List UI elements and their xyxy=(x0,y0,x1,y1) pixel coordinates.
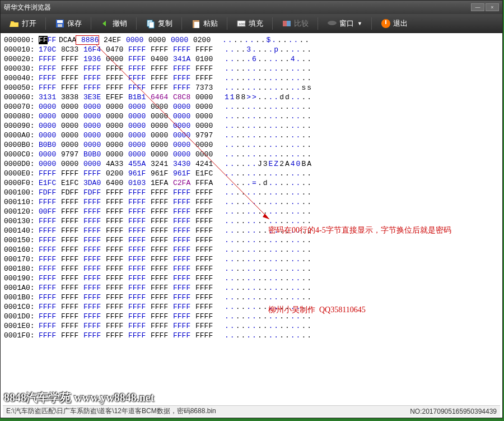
hex-bytes[interactable]: E1FCE1FC3DA0640001031EFAC2FAFFFA xyxy=(39,178,218,188)
hex-bytes[interactable]: FFFFFFFFFFFFFFFFFFFFFFFFFFFFFFFF xyxy=(39,235,218,245)
hex-bytes[interactable]: FFFFFFFFFFFFFFFFFFFFFFFFFFFFFFFF xyxy=(39,197,218,207)
hex-word[interactable]: 6464 xyxy=(151,92,173,102)
hex-row[interactable]: 000170:FFFFFFFFFFFFFFFFFFFFFFFFFFFFFFFF.… xyxy=(4,255,499,264)
hex-row[interactable]: 000090:00000000000000000000000000000000.… xyxy=(4,121,499,131)
hex-word[interactable]: FDFF xyxy=(83,188,106,197)
hex-row[interactable]: 000080:00000000000000000000000000000000.… xyxy=(4,112,499,121)
hex-word[interactable]: FFFF xyxy=(151,235,173,245)
hex-word[interactable]: 0000 xyxy=(151,140,173,150)
hex-word[interactable]: FFFF xyxy=(61,245,83,255)
hex-bytes[interactable]: FFFFFFFFFFFFFFFFFFFFFFFFFFFFFFFF xyxy=(39,312,218,321)
hex-word[interactable]: FFFF xyxy=(61,54,83,64)
hex-word[interactable]: FFFF xyxy=(106,64,128,73)
hex-word[interactable]: FFFF xyxy=(61,293,83,302)
hex-word[interactable]: FFFF xyxy=(173,302,195,312)
hex-word[interactable]: 0000 xyxy=(39,131,61,140)
hex-word[interactable]: FFFF xyxy=(128,83,151,92)
hex-word[interactable]: 0000 xyxy=(83,121,106,131)
hex-bytes[interactable]: FFFFFFFFFFFFFFFFFFFFFFFFFFFFFFFF xyxy=(39,226,218,235)
hex-word[interactable]: FFFF xyxy=(151,274,173,283)
hex-word[interactable]: FFFF xyxy=(151,83,173,92)
hex-word[interactable]: FFFF xyxy=(195,264,218,274)
hex-bytes[interactable]: FFFFFFFFFFFFFFFFFFFFFFFFFFFFFFFF xyxy=(39,216,218,226)
hex-word[interactable]: FFFF xyxy=(106,226,128,235)
hex-word[interactable]: 0000 xyxy=(195,102,218,112)
hex-word[interactable]: FFFF xyxy=(195,293,218,302)
hex-word[interactable]: FFFF xyxy=(151,331,173,340)
hex-word[interactable]: FFFF xyxy=(61,83,83,92)
hex-word[interactable]: FFFF xyxy=(61,73,83,83)
hex-word[interactable]: FFFF xyxy=(83,226,106,235)
hex-word[interactable]: 0000 xyxy=(106,102,128,112)
hex-word[interactable]: FFFF xyxy=(128,207,151,216)
hex-word[interactable]: FFFF xyxy=(83,274,106,283)
hex-word[interactable]: FFFF xyxy=(106,197,128,207)
hex-bytes[interactable]: 00000000000000000000000000000000 xyxy=(39,102,218,112)
hex-word[interactable]: 3DA0 xyxy=(83,178,106,188)
hex-word[interactable]: FFFF xyxy=(83,216,106,226)
hex-bytes[interactable]: 00009797B0B000000000000000000000 xyxy=(39,150,218,159)
hex-word[interactable]: FFFF xyxy=(106,293,128,302)
hex-word[interactable]: FFFF xyxy=(173,264,195,274)
hex-word[interactable]: FFFF xyxy=(151,321,173,331)
hex-word[interactable]: FFFF xyxy=(151,188,173,197)
hex-row[interactable]: 0000C0:00009797B0B000000000000000000000.… xyxy=(4,150,499,159)
hex-word[interactable]: FFFF xyxy=(195,274,218,283)
hex-bytes[interactable]: FFFFFFFFFFFFFFFFFFFFFFFFFFFFFFFF xyxy=(39,255,218,264)
hex-word[interactable]: FFFF xyxy=(61,207,83,216)
hex-word[interactable]: E1FC xyxy=(61,178,83,188)
hex-word[interactable]: FFFF xyxy=(151,283,173,293)
hex-word[interactable]: FFFF xyxy=(173,83,195,92)
hex-word[interactable]: FFFF xyxy=(61,216,83,226)
hex-word[interactable]: 0000 xyxy=(173,150,195,159)
hex-word[interactable]: 0000 xyxy=(128,131,151,140)
hex-word[interactable]: 0000 xyxy=(195,150,218,159)
hex-word[interactable]: 0000 xyxy=(151,102,173,112)
hex-word[interactable]: 0000 xyxy=(39,159,61,169)
hex-word[interactable]: FFFF xyxy=(83,283,106,293)
hex-row[interactable]: 000050:FFFFFFFFFFFFFFFFFFFFFFFFFFFF7373.… xyxy=(4,83,499,92)
hex-word[interactable]: FFFF xyxy=(61,255,83,264)
hex-word[interactable]: FFFF xyxy=(61,302,83,312)
hex-word[interactable]: FFFF xyxy=(39,235,61,245)
hex-word[interactable]: FFFF xyxy=(173,274,195,283)
hex-word[interactable]: FFFF xyxy=(151,45,173,54)
hex-word[interactable]: 0000 xyxy=(61,102,83,112)
hex-word[interactable]: E1FC xyxy=(39,178,61,188)
hex-word[interactable]: 0000 xyxy=(39,102,61,112)
hex-word[interactable]: FFFF xyxy=(61,169,83,178)
hex-word[interactable]: FFFF xyxy=(128,255,151,264)
hex-word[interactable]: 0000 xyxy=(106,150,128,159)
hex-word[interactable]: 0100 xyxy=(195,54,218,64)
open-button[interactable]: 打开 xyxy=(6,17,40,30)
hex-word[interactable]: FFFF xyxy=(83,235,106,245)
hex-word[interactable]: 0103 xyxy=(128,178,151,188)
hex-word[interactable]: 0000 xyxy=(173,102,195,112)
hex-word[interactable]: FFFF xyxy=(128,312,151,321)
hex-word[interactable]: FFFF xyxy=(106,188,128,197)
hex-word[interactable]: FFFF xyxy=(39,216,61,226)
hex-word[interactable]: FFFF xyxy=(106,264,128,274)
hex-bytes[interactable]: FFFFFFFFFFFFFFFFFFFFFFFFFFFFFFFF xyxy=(39,302,218,312)
hex-word[interactable]: FFFF xyxy=(83,331,106,340)
hex-word[interactable]: FFFF xyxy=(61,226,83,235)
hex-word[interactable]: FFFF xyxy=(128,216,151,226)
hex-word[interactable]: FFFF xyxy=(39,64,61,73)
hex-word[interactable]: FFFF xyxy=(106,245,128,255)
undo-button[interactable]: 撤销 xyxy=(97,17,130,30)
hex-row[interactable]: 000060:313138383E3EEFEFB1B16464C8C800001… xyxy=(4,92,499,102)
hex-row[interactable]: 0001F0:FFFFFFFFFFFFFFFFFFFFFFFFFFFFFFFF.… xyxy=(4,331,499,340)
hex-word[interactable]: 0000 xyxy=(148,35,171,45)
hex-word[interactable]: 0000 xyxy=(195,112,218,121)
hex-word[interactable]: FFFF xyxy=(195,331,218,340)
hex-row[interactable]: 000160:FFFFFFFFFFFFFFFFFFFFFFFFFFFFFFFF.… xyxy=(4,245,499,255)
hex-word[interactable]: 0000 xyxy=(128,121,151,131)
hex-word[interactable]: 0000 xyxy=(173,121,195,131)
hex-word[interactable]: FFFF xyxy=(39,35,59,45)
hex-word[interactable]: B1B1 xyxy=(128,92,151,102)
hex-word[interactable]: FFFF xyxy=(195,207,218,216)
hex-row[interactable]: 0001B0:FFFFFFFFFFFFFFFFFFFFFFFFFFFFFFFF.… xyxy=(4,293,499,302)
hex-row[interactable]: 0001D0:FFFFFFFFFFFFFFFFFFFFFFFFFFFFFFFF.… xyxy=(4,312,499,321)
exit-button[interactable]: 退出 xyxy=(377,17,411,30)
hex-word[interactable]: 0000 xyxy=(83,140,106,150)
